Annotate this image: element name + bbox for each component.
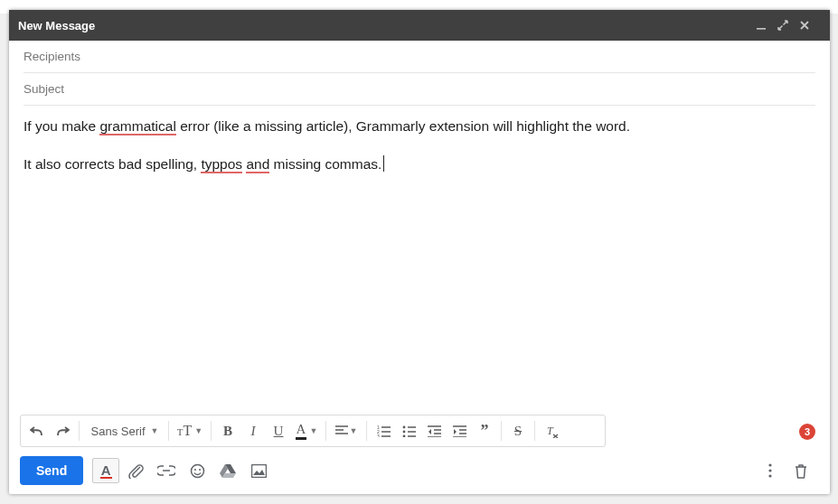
recipients-input[interactable] — [24, 50, 815, 63]
svg-point-14 — [768, 474, 771, 477]
grammar-error[interactable]: grammatical — [99, 118, 175, 135]
insert-photo-button[interactable] — [244, 456, 273, 485]
quote-button[interactable]: ” — [472, 417, 497, 444]
insert-link-button[interactable] — [152, 456, 181, 485]
svg-point-8 — [191, 464, 203, 477]
chevron-down-icon: ▼ — [309, 426, 317, 435]
subject-row — [24, 73, 815, 106]
notification-badge[interactable]: 3 — [799, 424, 815, 440]
insert-emoji-button[interactable] — [183, 456, 212, 485]
discard-draft-button[interactable] — [786, 456, 815, 485]
more-options-button[interactable] — [756, 456, 785, 485]
svg-point-4 — [402, 425, 405, 428]
bulleted-list-button[interactable] — [396, 417, 421, 444]
insert-drive-button[interactable] — [213, 456, 242, 485]
compose-window: New Message If you make grammatical erro… — [9, 10, 830, 494]
font-size-button[interactable]: TT ▼ — [173, 417, 207, 444]
svg-text:3: 3 — [377, 434, 380, 437]
svg-point-12 — [768, 463, 771, 466]
close-icon[interactable] — [799, 20, 821, 31]
indent-more-button[interactable] — [447, 417, 472, 444]
chevron-down-icon: ▼ — [194, 426, 202, 435]
subject-input[interactable] — [24, 82, 815, 96]
underline-button[interactable]: U — [266, 417, 291, 444]
title-bar: New Message — [9, 10, 830, 41]
body-paragraph: It also corrects bad spelling, typpos an… — [24, 154, 815, 174]
message-body[interactable]: If you make grammatical error (like a mi… — [9, 106, 830, 415]
text-cursor — [383, 155, 384, 172]
italic-button[interactable]: I — [240, 417, 266, 444]
strikethrough-button[interactable]: S — [505, 417, 531, 444]
window-title: New Message — [18, 19, 756, 33]
font-name-label: Sans Serif — [91, 425, 146, 438]
svg-point-13 — [768, 469, 771, 471]
font-family-select[interactable]: Sans Serif ▼ — [83, 417, 165, 444]
format-toolbar: Sans Serif ▼ TT ▼ B I U A ▼ ▼ 123 — [20, 415, 606, 447]
numbered-list-button[interactable]: 123 — [371, 417, 396, 444]
body-paragraph: If you make grammatical error (like a mi… — [24, 117, 815, 136]
svg-point-5 — [402, 430, 405, 433]
grammar-error[interactable]: and — [246, 156, 269, 173]
chevron-down-icon: ▼ — [151, 426, 159, 435]
format-toolbar-row: Sans Serif ▼ TT ▼ B I U A ▼ ▼ 123 — [9, 415, 830, 447]
svg-rect-0 — [757, 28, 766, 30]
svg-point-10 — [199, 469, 201, 471]
spelling-error[interactable]: typpos — [201, 156, 242, 173]
align-button[interactable]: ▼ — [330, 417, 363, 444]
popout-icon[interactable] — [777, 20, 799, 31]
bold-button[interactable]: B — [215, 417, 240, 444]
toggle-formatting-button[interactable]: A — [92, 458, 119, 483]
indent-less-button[interactable] — [421, 417, 447, 444]
svg-rect-11 — [251, 464, 266, 477]
svg-point-9 — [194, 469, 196, 471]
chevron-down-icon: ▼ — [350, 426, 358, 435]
remove-formatting-button[interactable]: T — [539, 417, 564, 444]
header-fields — [9, 41, 830, 106]
svg-text:T: T — [547, 425, 554, 437]
undo-button[interactable] — [24, 417, 50, 444]
send-button[interactable]: Send — [20, 456, 83, 485]
bottom-bar: Send A — [9, 447, 830, 494]
text-color-button[interactable]: A ▼ — [291, 417, 322, 444]
svg-point-6 — [402, 434, 405, 436]
minimize-icon[interactable] — [756, 20, 777, 31]
recipients-row — [24, 41, 815, 73]
redo-button[interactable] — [50, 417, 75, 444]
attach-file-button[interactable] — [121, 456, 150, 485]
